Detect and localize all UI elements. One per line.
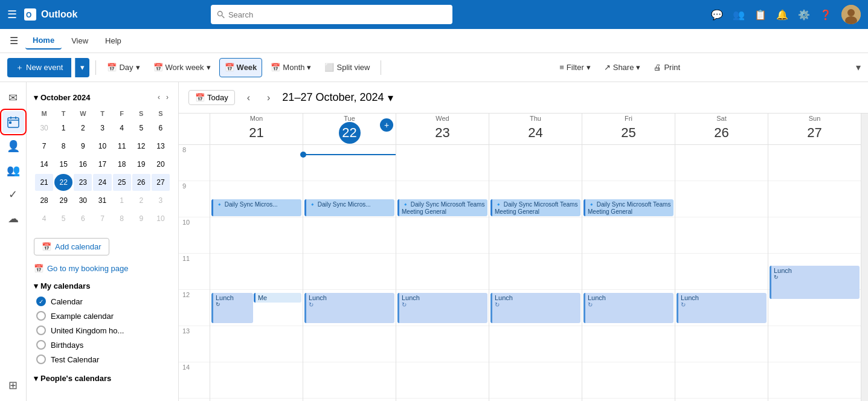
day-number[interactable]: 27	[804, 122, 826, 144]
calendar-slot[interactable]	[303, 326, 396, 362]
onedrive-nav-icon[interactable]: ☁	[2, 208, 24, 229]
cal-next-button[interactable]: ›	[262, 90, 275, 106]
day-number[interactable]: 25	[618, 122, 640, 144]
calendar-checkbox[interactable]	[36, 326, 46, 335]
mini-cal-day[interactable]: 7	[93, 210, 111, 227]
mini-cal-day[interactable]: 5	[54, 210, 72, 227]
mini-cal-day[interactable]: 20	[152, 156, 170, 173]
lunch-event-3[interactable]: Lunch↻	[490, 293, 580, 323]
calendar-slot[interactable]	[675, 399, 768, 401]
day-view-button[interactable]: 📅 Day ▾	[102, 58, 144, 77]
tab-help[interactable]: Help	[98, 33, 129, 49]
mini-cal-day[interactable]: 17	[93, 156, 111, 173]
mini-cal-day[interactable]: 21	[35, 174, 53, 191]
calendar-slot[interactable]	[396, 399, 489, 401]
mini-cal-day[interactable]: 3	[152, 192, 170, 209]
lunch-event[interactable]: Lunch↻	[211, 293, 253, 323]
mini-cal-day[interactable]: 6	[152, 120, 170, 136]
calendar-slot[interactable]	[768, 399, 861, 401]
mini-cal-day[interactable]: 2	[132, 192, 150, 209]
mini-cal-day[interactable]: 4	[35, 210, 53, 227]
calendar-slot[interactable]	[396, 145, 489, 181]
day-slots[interactable]: 🔹 Daily Sync Microsoft Teams Meeting Gen…	[489, 145, 582, 401]
mini-cal-day[interactable]: 24	[93, 174, 111, 191]
my-calendar-item[interactable]: ✓Calendar	[34, 294, 171, 309]
filter-button[interactable]: ≡ Filter ▾	[555, 58, 595, 77]
mini-cal-day[interactable]: 15	[54, 156, 72, 173]
new-event-dropdown-button[interactable]: ▾	[75, 58, 89, 77]
daily-sync-event[interactable]: 🔹 Daily Sync Microsoft Teams Meeting Gen…	[490, 199, 580, 216]
me-event[interactable]: Me	[254, 293, 301, 303]
calendar-slot[interactable]	[675, 254, 768, 290]
lunch-event-1[interactable]: Lunch↻	[304, 293, 394, 323]
lunch-event-5[interactable]: Lunch↻	[677, 293, 767, 323]
calendar-slot[interactable]	[396, 254, 489, 290]
calendar-slot[interactable]	[303, 145, 396, 181]
calendar-slot[interactable]	[210, 362, 303, 399]
calendar-slot[interactable]	[582, 254, 675, 290]
calendar-slot[interactable]	[768, 326, 861, 362]
mini-cal-day[interactable]: 12	[132, 138, 150, 155]
contacts-nav-icon[interactable]: 👤	[2, 135, 24, 157]
calendar-checkbox[interactable]	[36, 340, 46, 350]
day-number[interactable]: 26	[711, 122, 733, 144]
cal-date-dropdown-icon[interactable]: ▾	[388, 91, 393, 104]
day-number[interactable]: 24	[525, 122, 547, 144]
mini-cal-prev-button[interactable]: ‹	[155, 92, 162, 103]
mini-cal-day[interactable]: 14	[35, 156, 53, 173]
tab-view[interactable]: View	[64, 33, 95, 49]
mini-cal-day[interactable]: 30	[35, 120, 53, 136]
people-icon[interactable]: 👥	[733, 9, 745, 21]
calendar-slot[interactable]	[582, 145, 675, 181]
feedback-icon[interactable]: 📋	[754, 9, 767, 21]
calendar-slot[interactable]	[303, 399, 396, 401]
share-button[interactable]: ↗ Share ▾	[599, 58, 646, 77]
my-calendar-item[interactable]: Test Calendar	[34, 352, 171, 367]
mini-cal-day[interactable]: 10	[93, 138, 111, 155]
calendar-slot[interactable]	[396, 362, 489, 399]
day-number[interactable]: 22	[339, 122, 361, 144]
week-view-button[interactable]: 📅 Week	[219, 58, 263, 77]
scrollbar[interactable]	[861, 114, 868, 401]
mini-cal-day[interactable]: 2	[74, 120, 92, 136]
calendar-slot[interactable]	[582, 362, 675, 399]
calendar-slot[interactable]	[396, 217, 489, 254]
hamburger-menu[interactable]: ☰	[7, 8, 17, 21]
mini-cal-day[interactable]: 9	[74, 138, 92, 155]
day-slots[interactable]: 🔹 Daily Sync Microsoft Teams Meeting Gen…	[582, 145, 675, 401]
calendar-slot[interactable]	[489, 399, 582, 401]
my-calendar-item[interactable]: United Kingdom ho...	[34, 323, 171, 338]
daily-sync-event[interactable]: 🔹 Daily Sync Microsoft Teams Meeting Gen…	[397, 199, 487, 216]
calendar-slot[interactable]	[768, 181, 861, 217]
calendar-slot[interactable]	[768, 145, 861, 181]
workweek-view-button[interactable]: 📅 Work week ▾	[149, 58, 216, 77]
calendar-slot[interactable]	[396, 326, 489, 362]
help-icon[interactable]: ❓	[820, 9, 832, 21]
calendar-slot[interactable]	[675, 145, 768, 181]
calendar-checkbox[interactable]	[36, 311, 46, 321]
day-slots[interactable]: 🔹 Daily Sync Micros...Lunch↻Me	[210, 145, 303, 401]
my-calendars-header[interactable]: ▾ My calendars	[34, 281, 171, 290]
day-slots[interactable]: 🔹 Daily Sync Microsoft Teams Meeting Gen…	[396, 145, 489, 401]
todo-nav-icon[interactable]: ✓	[2, 184, 24, 205]
day-number[interactable]: 21	[246, 122, 268, 144]
mini-cal-day[interactable]: 11	[113, 138, 131, 155]
day-slots[interactable]: 🔹 Daily Sync Micros...Lunch↻	[303, 145, 396, 401]
calendar-slot[interactable]	[303, 254, 396, 290]
mini-cal-day[interactable]: 19	[132, 156, 150, 173]
lunch-event-4[interactable]: Lunch↻	[583, 293, 674, 323]
peoples-calendars-header[interactable]: ▾ People's calendars	[34, 374, 171, 383]
daily-sync-event[interactable]: 🔹 Daily Sync Microsoft Teams Meeting Gen…	[583, 199, 674, 216]
mini-cal-day[interactable]: 4	[113, 120, 131, 136]
avatar[interactable]	[841, 5, 861, 24]
day-slots[interactable]: Lunch↻	[675, 145, 768, 401]
new-event-button[interactable]: ＋ New event	[7, 58, 71, 77]
bell-icon[interactable]: 🔔	[776, 9, 788, 21]
calendar-slot[interactable]	[582, 217, 675, 254]
my-calendar-item[interactable]: Example calendar	[34, 309, 171, 323]
mini-cal-day[interactable]: 30	[74, 192, 92, 209]
mini-cal-day[interactable]: 26	[132, 174, 150, 191]
calendar-slot[interactable]	[768, 362, 861, 399]
calendar-checkbox[interactable]: ✓	[36, 297, 46, 306]
calendar-slot[interactable]	[582, 326, 675, 362]
